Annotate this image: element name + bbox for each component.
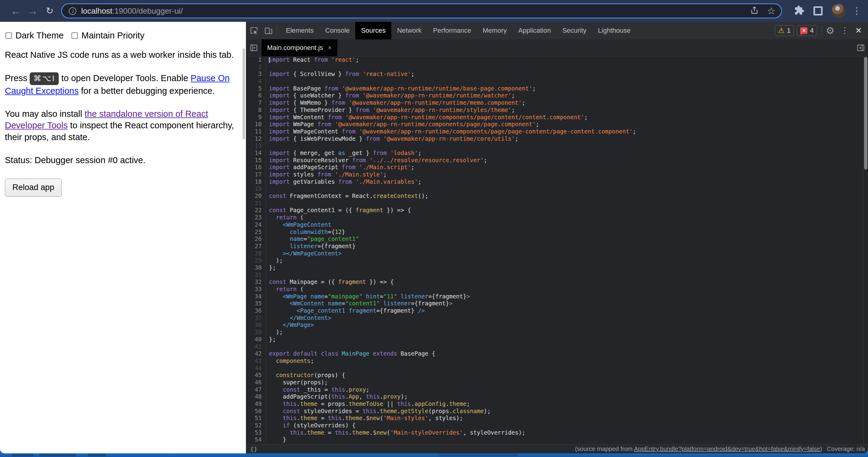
device-toolbar-icon[interactable] bbox=[260, 26, 275, 35]
line-number[interactable]: 48 bbox=[246, 393, 266, 400]
code-editor[interactable]: 1import React from 'react';23import { Sc… bbox=[246, 56, 868, 444]
line-number[interactable]: 8 bbox=[246, 106, 266, 114]
tab-lighthouse[interactable]: Lighthouse bbox=[592, 22, 636, 39]
source-map-link[interactable]: AppEntry.bundle?platform=android&dev=tru… bbox=[634, 446, 820, 452]
tab-application[interactable]: Application bbox=[513, 22, 557, 39]
line-number[interactable]: 27 bbox=[246, 243, 266, 250]
errors-badge[interactable]: ✕ 4 bbox=[797, 25, 817, 36]
forward-button[interactable]: → bbox=[24, 6, 41, 16]
line-number[interactable]: 10 bbox=[246, 121, 266, 128]
line-number[interactable]: 49 bbox=[246, 400, 266, 408]
page-scrollbar-thumb[interactable] bbox=[243, 48, 245, 139]
line-number[interactable]: 15 bbox=[246, 157, 266, 164]
file-tab-main-component[interactable]: Main.component.js × bbox=[262, 39, 337, 56]
line-number[interactable]: 5 bbox=[246, 85, 266, 92]
line-number[interactable]: 41 bbox=[246, 343, 266, 351]
share-icon[interactable] bbox=[750, 6, 759, 16]
extensions-puzzle-icon[interactable] bbox=[794, 5, 804, 17]
line-number[interactable]: 54 bbox=[246, 436, 266, 444]
line-number[interactable]: 22 bbox=[246, 207, 266, 214]
code-line: 48 addPageScript(this.App, this.proxy); bbox=[246, 393, 868, 400]
line-content: import styles from './Main.style'; bbox=[266, 171, 387, 178]
line-number[interactable]: 46 bbox=[246, 379, 266, 386]
tab-memory[interactable]: Memory bbox=[477, 22, 513, 39]
tab-performance[interactable]: Performance bbox=[427, 22, 477, 39]
pretty-print-icon[interactable]: {} bbox=[250, 446, 257, 453]
line-number[interactable]: 4 bbox=[246, 78, 266, 85]
back-button[interactable]: ← bbox=[7, 6, 24, 16]
line-number[interactable]: 29 bbox=[246, 257, 266, 264]
tab-sources[interactable]: Sources bbox=[355, 22, 391, 39]
line-number[interactable]: 24 bbox=[246, 221, 266, 228]
line-number[interactable]: 28 bbox=[246, 250, 266, 257]
file-tab-close-icon[interactable]: × bbox=[328, 44, 332, 52]
line-number[interactable]: 31 bbox=[246, 271, 266, 279]
line-number[interactable]: 13 bbox=[246, 142, 266, 150]
tab-network[interactable]: Network bbox=[391, 22, 427, 39]
warnings-badge[interactable]: ⚠ 1 bbox=[775, 25, 794, 36]
line-number[interactable]: 25 bbox=[246, 228, 266, 236]
line-number[interactable]: 53 bbox=[246, 429, 266, 436]
show-debugger-sidebar-icon[interactable] bbox=[854, 43, 868, 52]
line-number[interactable]: 52 bbox=[246, 422, 266, 429]
line-number[interactable]: 14 bbox=[246, 150, 266, 157]
show-navigator-icon[interactable] bbox=[246, 43, 262, 52]
line-number[interactable]: 47 bbox=[246, 386, 266, 393]
line-number[interactable]: 40 bbox=[246, 336, 266, 343]
line-number[interactable]: 39 bbox=[246, 329, 266, 336]
line-number[interactable]: 20 bbox=[246, 193, 266, 200]
line-number[interactable]: 6 bbox=[246, 92, 266, 99]
line-number[interactable]: 30 bbox=[246, 264, 266, 271]
profile-avatar[interactable] bbox=[832, 4, 845, 18]
line-number[interactable]: 26 bbox=[246, 235, 266, 243]
line-number[interactable]: 21 bbox=[246, 200, 266, 207]
line-number[interactable]: 37 bbox=[246, 315, 266, 322]
settings-gear-icon[interactable]: ⚙ bbox=[826, 26, 835, 35]
line-number[interactable]: 2 bbox=[246, 64, 266, 71]
line-number[interactable]: 1 bbox=[246, 56, 266, 64]
line-number[interactable]: 23 bbox=[246, 214, 266, 221]
line-number[interactable]: 42 bbox=[246, 350, 266, 357]
line-number[interactable]: 19 bbox=[246, 185, 266, 193]
line-number[interactable]: 7 bbox=[246, 99, 266, 106]
line-number[interactable]: 36 bbox=[246, 307, 266, 315]
line-number[interactable]: 32 bbox=[246, 279, 266, 286]
editor-scrollbar-track[interactable] bbox=[863, 56, 868, 444]
url-text[interactable]: localhost:19000/debugger-ui/ bbox=[81, 6, 742, 16]
maintain-priority-checkbox[interactable] bbox=[71, 32, 78, 39]
line-number[interactable]: 44 bbox=[246, 365, 266, 372]
line-number[interactable]: 38 bbox=[246, 321, 266, 329]
tab-security[interactable]: Security bbox=[557, 22, 592, 39]
line-number[interactable]: 12 bbox=[246, 135, 266, 142]
line-number[interactable]: 16 bbox=[246, 164, 266, 171]
line-number[interactable]: 34 bbox=[246, 293, 266, 300]
site-info-icon[interactable]: i bbox=[69, 7, 76, 15]
line-content: export default class MainPage extends Ba… bbox=[266, 350, 435, 357]
line-number[interactable]: 3 bbox=[246, 70, 266, 78]
devtools-close-icon[interactable]: ✕ bbox=[855, 27, 862, 35]
line-number[interactable]: 45 bbox=[246, 372, 266, 379]
line-content: ); bbox=[266, 257, 283, 264]
bookmark-star-icon[interactable]: ☆ bbox=[767, 6, 776, 16]
toolbar-right-controls: ⋮ bbox=[790, 4, 864, 18]
line-number[interactable]: 35 bbox=[246, 300, 266, 307]
tab-elements[interactable]: Elements bbox=[280, 22, 319, 39]
editor-scrollbar-thumb[interactable] bbox=[864, 57, 867, 169]
browser-menu-icon[interactable]: ⋮ bbox=[852, 6, 861, 15]
line-number[interactable]: 17 bbox=[246, 171, 266, 178]
line-number[interactable]: 51 bbox=[246, 415, 266, 422]
reload-button[interactable]: ↻ bbox=[41, 6, 58, 15]
inspect-element-icon[interactable] bbox=[246, 26, 260, 35]
tab-group-icon[interactable] bbox=[813, 6, 823, 15]
reload-app-button[interactable]: Reload app bbox=[5, 178, 62, 197]
line-number[interactable]: 43 bbox=[246, 357, 266, 365]
line-number[interactable]: 33 bbox=[246, 286, 266, 293]
devtools-menu-icon[interactable]: ⋮ bbox=[840, 26, 849, 35]
line-number[interactable]: 50 bbox=[246, 408, 266, 415]
url-bar[interactable]: i localhost:19000/debugger-ui/ ☆ bbox=[61, 3, 782, 19]
tab-console[interactable]: Console bbox=[319, 22, 355, 39]
line-number[interactable]: 9 bbox=[246, 114, 266, 121]
line-number[interactable]: 11 bbox=[246, 128, 266, 135]
dark-theme-checkbox[interactable] bbox=[5, 32, 12, 39]
line-number[interactable]: 18 bbox=[246, 178, 266, 186]
